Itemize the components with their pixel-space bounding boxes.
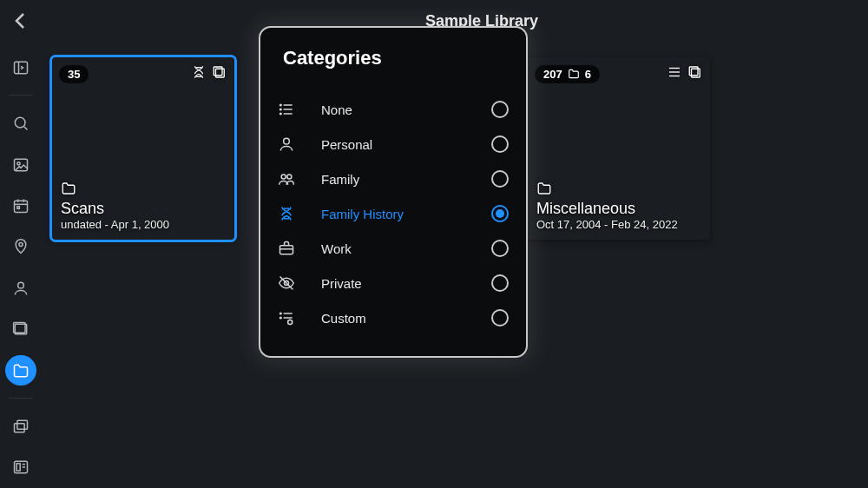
sidebar-item-folders[interactable] — [5, 355, 36, 386]
radio-button[interactable] — [491, 274, 509, 292]
sidebar-item-places[interactable] — [5, 232, 36, 262]
category-option-family-history[interactable]: Family History — [278, 196, 509, 231]
sidebar-item-albums[interactable] — [5, 313, 36, 344]
list-icon — [667, 64, 682, 83]
photo-count-badge: 207 6 — [535, 65, 600, 83]
category-option-custom[interactable]: Custom — [278, 300, 509, 335]
sidebar — [0, 42, 42, 488]
folder-date-range: undated - Apr 1, 2000 — [61, 218, 226, 231]
back-button[interactable] — [0, 0, 42, 42]
sidebar-item-calendar[interactable] — [5, 190, 36, 221]
sidebar-item-panel-toggle[interactable] — [5, 52, 36, 82]
radio-button[interactable] — [491, 101, 509, 118]
briefcase-icon — [278, 240, 309, 257]
sidebar-item-search[interactable] — [5, 108, 36, 138]
radio-button[interactable] — [491, 170, 509, 188]
list-icon — [278, 101, 309, 118]
category-option-none[interactable]: None — [278, 92, 509, 127]
divider — [9, 95, 33, 96]
category-option-work[interactable]: Work — [278, 231, 509, 266]
sidebar-item-browser[interactable] — [5, 452, 36, 483]
photo-count-badge: 35 — [59, 65, 89, 83]
dna-icon — [191, 64, 207, 83]
category-label: None — [309, 102, 491, 117]
category-option-private[interactable]: Private — [278, 266, 509, 300]
folder-card-scans[interactable]: 35 Scans undated - Apr 1, 2000 — [52, 57, 234, 240]
sidebar-item-photos[interactable] — [5, 149, 36, 180]
radio-button[interactable] — [491, 309, 509, 326]
eye-slash-icon — [278, 274, 309, 292]
folder-icon — [61, 181, 76, 196]
folder-card-miscellaneous[interactable]: 207 6 Miscellaneous Oct 17, 2004 - Feb 2… — [528, 57, 710, 240]
folder-title: Scans — [61, 200, 226, 218]
folder-date-range: Oct 17, 2004 - Feb 24, 2022 — [536, 218, 701, 231]
stack-icon — [687, 64, 703, 83]
radio-button[interactable] — [491, 205, 509, 222]
category-label: Family History — [309, 207, 491, 221]
sidebar-item-people[interactable] — [5, 273, 36, 303]
radio-button[interactable] — [491, 135, 509, 153]
radio-button[interactable] — [491, 240, 509, 257]
stack-icon — [212, 64, 227, 83]
divider — [9, 398, 33, 399]
category-label: Work — [309, 241, 491, 256]
list-cog-icon — [278, 309, 309, 326]
folder-title: Miscellaneous — [536, 200, 701, 218]
category-label: Private — [309, 276, 491, 291]
dna-icon — [278, 205, 309, 222]
category-label: Personal — [309, 137, 491, 152]
category-label: Family — [309, 172, 491, 187]
category-label: Custom — [309, 311, 491, 326]
sidebar-item-duplicates[interactable] — [5, 411, 36, 441]
categories-popover: Categories None Personal Family Family H… — [259, 26, 528, 358]
category-option-personal[interactable]: Personal — [278, 127, 509, 162]
person-icon — [278, 135, 309, 153]
modal-title: Categories — [278, 47, 509, 69]
group-icon — [278, 170, 309, 188]
folder-icon — [536, 181, 552, 196]
category-option-family[interactable]: Family — [278, 162, 509, 196]
